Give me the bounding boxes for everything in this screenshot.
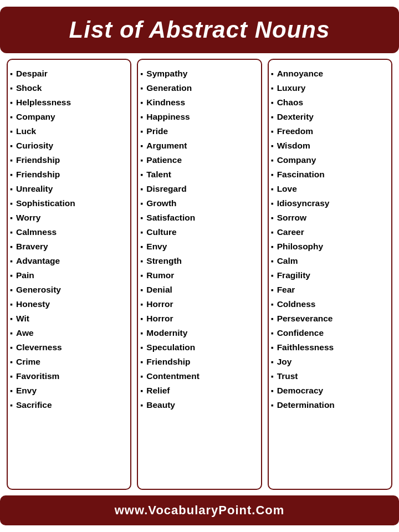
list-item: Generation (140, 81, 256, 95)
list-item: Calmness (10, 225, 126, 239)
column-3-list: AnnoyanceLuxuryChaosDexterityFreedomWisd… (271, 66, 387, 412)
list-item: Speculation (140, 340, 256, 355)
list-item: Growth (140, 196, 256, 211)
list-item: Determination (271, 398, 387, 412)
list-item: Sorrow (271, 211, 387, 225)
list-item: Career (271, 225, 387, 239)
list-item: Fragility (271, 268, 387, 283)
list-item: Kindness (140, 95, 256, 110)
list-item: Worry (10, 211, 126, 225)
list-item: Sophistication (10, 196, 126, 211)
list-item: Curiosity (10, 139, 126, 153)
list-item: Freedom (271, 124, 387, 139)
column-1: DespairShockHelplessnessCompanyLuckCurio… (7, 59, 131, 490)
column-2: SympathyGenerationKindnessHappinessPride… (137, 59, 262, 490)
list-item: Envy (10, 383, 126, 398)
list-item: Luck (10, 124, 126, 139)
list-item: Patience (140, 153, 256, 167)
list-item: Philosophy (271, 239, 387, 254)
list-item: Modernity (140, 326, 256, 340)
list-item: Denial (140, 283, 256, 297)
list-item: Coldness (271, 297, 387, 311)
list-item: Wisdom (271, 139, 387, 153)
list-item: Friendship (10, 167, 126, 182)
list-item: Faithlessness (271, 340, 387, 355)
list-item: Pride (140, 124, 256, 139)
list-item: Sympathy (140, 66, 256, 81)
list-item: Love (271, 182, 387, 196)
list-item: Envy (140, 239, 256, 254)
list-item: Democracy (271, 383, 387, 398)
footer-url: www.VocabularyPoint.Com (11, 503, 388, 518)
list-item: Sacrifice (10, 398, 126, 412)
list-item: Shock (10, 81, 126, 95)
list-item: Confidence (271, 326, 387, 340)
columns-container: DespairShockHelplessnessCompanyLuckCurio… (0, 59, 399, 490)
list-item: Satisfaction (140, 211, 256, 225)
list-item: Strength (140, 254, 256, 268)
list-item: Joy (271, 355, 387, 369)
list-item: Argument (140, 139, 256, 153)
list-item: Happiness (140, 110, 256, 124)
page-footer: www.VocabularyPoint.Com (0, 495, 399, 525)
list-item: Unreality (10, 182, 126, 196)
list-item: Horror (140, 297, 256, 311)
list-item: Calm (271, 254, 387, 268)
column-3: AnnoyanceLuxuryChaosDexterityFreedomWisd… (268, 59, 392, 490)
list-item: Luxury (271, 81, 387, 95)
list-item: Beauty (140, 398, 256, 412)
list-item: Crime (10, 355, 126, 369)
list-item: Dexterity (271, 110, 387, 124)
list-item: Wit (10, 311, 126, 326)
list-item: Advantage (10, 254, 126, 268)
list-item: Chaos (271, 95, 387, 110)
page-title: List of Abstract Nouns (11, 17, 388, 43)
list-item: Friendship (10, 153, 126, 167)
list-item: Rumor (140, 268, 256, 283)
list-item: Horror (140, 311, 256, 326)
list-item: Culture (140, 225, 256, 239)
list-item: Disregard (140, 182, 256, 196)
list-item: Talent (140, 167, 256, 182)
list-item: Idiosyncrasy (271, 196, 387, 211)
page-header: List of Abstract Nouns (0, 7, 399, 53)
list-item: Helplessness (10, 95, 126, 110)
list-item: Company (10, 110, 126, 124)
list-item: Pain (10, 268, 126, 283)
column-2-list: SympathyGenerationKindnessHappinessPride… (140, 66, 256, 412)
list-item: Awe (10, 326, 126, 340)
list-item: Fascination (271, 167, 387, 182)
list-item: Favoritism (10, 369, 126, 383)
list-item: Bravery (10, 239, 126, 254)
list-item: Friendship (140, 355, 256, 369)
list-item: Annoyance (271, 66, 387, 81)
list-item: Relief (140, 383, 256, 398)
list-item: Fear (271, 283, 387, 297)
list-item: Cleverness (10, 340, 126, 355)
list-item: Honesty (10, 297, 126, 311)
list-item: Despair (10, 66, 126, 81)
column-1-list: DespairShockHelplessnessCompanyLuckCurio… (10, 66, 126, 412)
list-item: Contentment (140, 369, 256, 383)
list-item: Trust (271, 369, 387, 383)
list-item: Generosity (10, 283, 126, 297)
list-item: Company (271, 153, 387, 167)
list-item: Perseverance (271, 311, 387, 326)
